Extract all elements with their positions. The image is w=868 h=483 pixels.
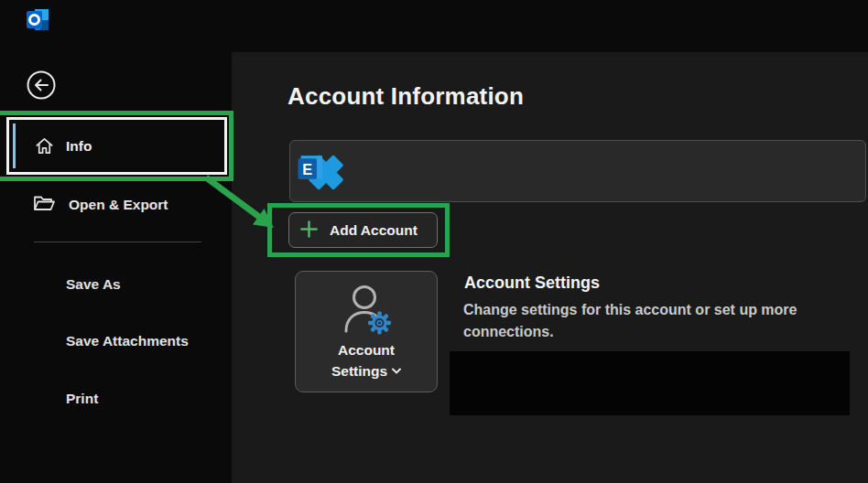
person-gear-icon (338, 283, 395, 338)
sidebar-item-save-attachments[interactable]: Save Attachments (66, 333, 189, 349)
chevron-down-icon (392, 360, 401, 379)
sidebar-item-print[interactable]: Print (66, 391, 98, 407)
account-settings-heading: Account Settings (464, 274, 600, 293)
plus-icon (298, 219, 320, 242)
sidebar-item-open-export[interactable]: Open & Export (32, 189, 168, 220)
home-icon (34, 135, 55, 156)
add-account-button[interactable]: Add Account (288, 212, 438, 248)
sidebar-item-save-as[interactable]: Save As (66, 276, 121, 293)
account-settings-button-label: Account Settings (331, 340, 401, 381)
folder-open-icon (32, 192, 56, 218)
sidebar-item-label: Open & Export (69, 197, 168, 213)
exchange-icon: E (298, 147, 345, 196)
account-settings-description: Change settings for this account or set … (463, 299, 861, 343)
back-button[interactable] (26, 70, 57, 101)
account-settings-button[interactable]: Account Settings (295, 271, 438, 392)
redacted-area (450, 351, 850, 415)
selection-accent-bar (13, 123, 16, 168)
sidebar-item-label: Info (66, 138, 92, 155)
account-selector-bar[interactable]: E (289, 140, 866, 202)
backstage-main-panel (232, 52, 868, 483)
sidebar-divider (34, 242, 201, 242)
svg-text:E: E (302, 161, 312, 177)
outlook-icon (26, 7, 51, 33)
add-account-label: Add Account (330, 222, 418, 239)
sidebar-item-info[interactable]: Info (6, 117, 227, 175)
page-title: Account Information (288, 82, 524, 111)
